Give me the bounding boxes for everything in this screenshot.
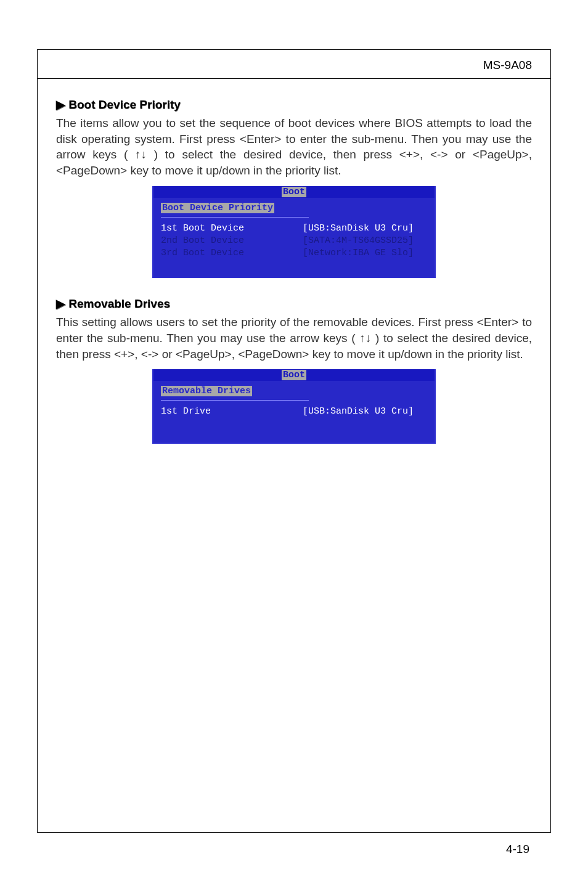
bios-panel-removable: Boot Removable Drives 1st Drive [USB:San… [152,369,436,444]
bios-row-label: 1st Boot Device [161,223,303,235]
bios-subtitle: Removable Drives [161,386,252,396]
bios-titlebar: Boot [153,369,435,381]
bios-row-value: [USB:SanDisk U3 Cru] [303,223,414,235]
bios-title: Boot [282,370,306,380]
bios-body: Boot Device Priority 1st Boot Device [US… [153,198,435,277]
bios-body: Removable Drives 1st Drive [USB:SanDisk … [153,381,435,443]
bios-panel-boot-priority: Boot Boot Device Priority 1st Boot Devic… [152,186,436,279]
bios-divider [161,217,309,218]
page-number: 4-19 [506,843,529,856]
bios-row-value: [SATA:4M-TS64GSSD25] [303,235,414,247]
removable-drives-section: ▶ Removable Drives This setting allows u… [56,296,532,444]
page-header: MS-9A08 [38,50,550,79]
bios-title: Boot [282,187,306,197]
boot-device-priority-section: ▶ Boot Device Priority The items allow y… [56,97,532,278]
bios-row-3rd-boot[interactable]: 3rd Boot Device [Network:IBA GE Slo] [161,247,427,259]
bios-row-value: [Network:IBA GE Slo] [303,247,414,259]
bios-divider [161,400,309,401]
bios-row-label: 3rd Boot Device [161,247,303,259]
bios-subtitle: Boot Device Priority [161,203,274,213]
page-content: ▶ Boot Device Priority The items allow y… [38,79,550,444]
bios-row-1st-drive[interactable]: 1st Drive [USB:SanDisk U3 Cru] [161,406,427,418]
section-text-boot-priority: The items allow you to set the sequence … [56,115,532,179]
bios-row-1st-boot[interactable]: 1st Boot Device [USB:SanDisk U3 Cru] [161,223,427,235]
bios-titlebar: Boot [153,186,435,198]
section-heading-removable: ▶ Removable Drives [56,296,532,311]
section-text-removable: This setting allows users to set the pri… [56,314,532,362]
section-heading-boot-priority: ▶ Boot Device Priority [56,97,532,112]
bios-row-value: [USB:SanDisk U3 Cru] [303,406,414,418]
page-frame: MS-9A08 ▶ Boot Device Priority The items… [37,49,551,833]
bios-row-label: 1st Drive [161,406,303,418]
model-number: MS-9A08 [483,59,532,71]
bios-row-2nd-boot[interactable]: 2nd Boot Device [SATA:4M-TS64GSSD25] [161,235,427,247]
bios-row-label: 2nd Boot Device [161,235,303,247]
